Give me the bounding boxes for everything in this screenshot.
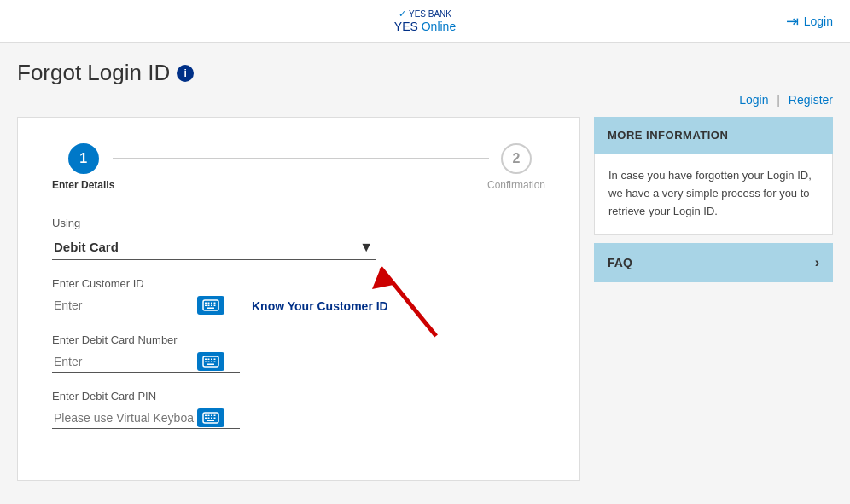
logo-bottom: YES Online	[394, 20, 456, 33]
step-2-circle: 2	[501, 143, 532, 174]
using-label: Using	[52, 217, 545, 229]
svg-rect-2	[208, 303, 210, 304]
debit-card-input[interactable]	[52, 351, 197, 372]
step-line	[113, 158, 489, 159]
header: ✓ YES BANK YES Online ⇥ Login	[0, 0, 850, 43]
debit-pin-input-wrapper	[52, 408, 240, 429]
svg-rect-26	[214, 415, 216, 417]
svg-rect-29	[211, 418, 212, 420]
debit-card-label: Enter Debit Card Number	[52, 333, 545, 346]
svg-rect-31	[207, 420, 214, 422]
form-card: 1 Enter Details 2 Confirmation Using	[17, 117, 580, 481]
separator: |	[777, 93, 780, 107]
debit-pin-field-group: Enter Debit Card PIN	[52, 390, 545, 429]
svg-rect-28	[208, 418, 210, 420]
svg-rect-24	[208, 415, 210, 417]
header-login-label: Login	[804, 14, 833, 28]
svg-rect-19	[211, 362, 212, 363]
info-icon[interactable]: i	[177, 65, 194, 82]
svg-rect-6	[208, 305, 210, 307]
debit-card-keyboard-icon[interactable]	[197, 352, 224, 371]
svg-rect-17	[205, 362, 207, 363]
header-login-button[interactable]: ⇥ Login	[786, 12, 833, 31]
keyboard-svg-3	[202, 412, 219, 424]
debit-pin-label: Enter Debit Card PIN	[52, 390, 545, 403]
register-link[interactable]: Register	[789, 93, 833, 107]
step-1: 1 Enter Details	[52, 143, 114, 191]
customer-id-keyboard-icon[interactable]	[197, 296, 224, 315]
svg-rect-18	[208, 362, 210, 363]
customer-id-input[interactable]	[52, 295, 197, 316]
svg-rect-25	[211, 415, 212, 417]
form-inner: Using Debit Card Net Banking Credit Card…	[52, 217, 545, 429]
debit-card-field-group: Enter Debit Card Number	[52, 333, 545, 373]
step-2-label: Confirmation	[487, 179, 545, 191]
using-field-group: Using Debit Card Net Banking Credit Card…	[52, 217, 545, 260]
svg-rect-1	[205, 303, 207, 304]
check-icon: ✓	[399, 9, 406, 20]
links-row: Login | Register	[17, 93, 833, 107]
sidebar-faq[interactable]: FAQ ›	[594, 243, 833, 282]
svg-rect-8	[214, 305, 216, 307]
svg-rect-27	[205, 418, 207, 420]
stepper: 1 Enter Details 2 Confirmation	[52, 143, 545, 191]
keyboard-svg-2	[202, 356, 219, 368]
debit-pin-input[interactable]	[52, 408, 197, 428]
step-2: 2 Confirmation	[487, 143, 545, 191]
page-title: Forgot Login ID	[17, 60, 170, 86]
faq-label: FAQ	[608, 256, 632, 269]
logo-yes: YES	[394, 20, 418, 33]
svg-rect-3	[211, 303, 212, 304]
debit-pin-keyboard-icon[interactable]	[197, 408, 224, 427]
logo-online: Online	[422, 20, 456, 33]
customer-id-row: Know Your Customer ID	[52, 295, 545, 316]
logo: ✓ YES BANK YES Online	[394, 9, 456, 33]
customer-id-input-wrapper	[52, 295, 240, 316]
using-select[interactable]: Debit Card Net Banking Credit Card	[52, 235, 376, 259]
logo-top: ✓ YES BANK	[399, 9, 451, 20]
page-container: Forgot Login ID i Login | Register 1 Ent…	[0, 43, 850, 498]
svg-rect-9	[207, 308, 214, 310]
know-customer-id-link[interactable]: Know Your Customer ID	[252, 299, 388, 313]
step-1-circle: 1	[68, 143, 99, 174]
step-1-label: Enter Details	[52, 179, 114, 191]
login-door-icon: ⇥	[786, 12, 799, 31]
page-title-row: Forgot Login ID i	[17, 60, 833, 86]
login-link[interactable]: Login	[739, 93, 768, 107]
sidebar-info-header: MORE INFORMATION	[594, 117, 833, 154]
faq-chevron-icon: ›	[815, 255, 819, 270]
svg-rect-7	[211, 305, 212, 307]
svg-rect-13	[205, 359, 207, 361]
main-layout: 1 Enter Details 2 Confirmation Using	[17, 117, 833, 481]
keyboard-svg	[202, 299, 219, 311]
svg-rect-16	[214, 359, 216, 361]
sidebar: MORE INFORMATION In case you have forgot…	[594, 117, 833, 282]
sidebar-info-body: In case you have forgotten your Login ID…	[594, 154, 833, 235]
svg-rect-30	[214, 418, 216, 420]
svg-rect-14	[208, 359, 210, 361]
svg-rect-21	[207, 364, 214, 366]
logo-top-text: YES BANK	[409, 9, 451, 19]
svg-rect-20	[214, 362, 216, 363]
using-select-wrapper: Debit Card Net Banking Credit Card ▼	[52, 235, 376, 260]
customer-id-label: Enter Customer ID	[52, 277, 545, 290]
svg-rect-5	[205, 305, 207, 307]
svg-rect-23	[205, 415, 207, 417]
debit-card-input-wrapper	[52, 351, 240, 373]
svg-rect-4	[214, 303, 216, 304]
svg-rect-15	[211, 359, 212, 361]
customer-id-field-group: Enter Customer ID	[52, 277, 545, 316]
